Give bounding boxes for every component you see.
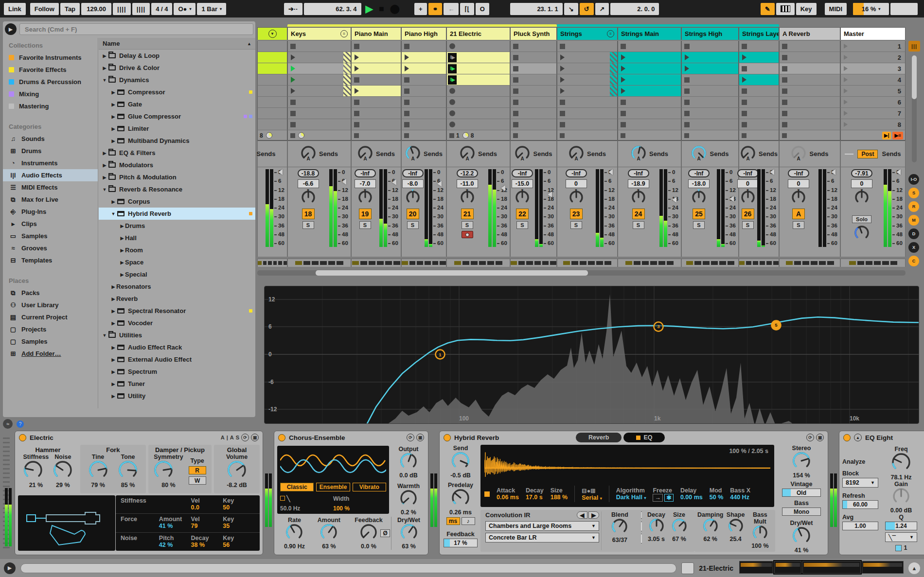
clip-slot[interactable]: ‖▶ xyxy=(446,63,510,74)
device-thumbnail[interactable] xyxy=(862,561,904,574)
sidebar-item-favorite-instruments[interactable]: Favorite Instruments xyxy=(3,52,98,64)
clip-slot[interactable] xyxy=(351,63,401,74)
clip-stop-button[interactable] xyxy=(560,44,565,49)
quantize-menu[interactable]: 1 Bar▾ xyxy=(197,3,226,15)
pan-knob[interactable] xyxy=(515,198,530,206)
scene-slot-6[interactable]: 6 xyxy=(840,97,906,108)
volume-position-arrow[interactable] xyxy=(548,192,552,197)
sidebar-item-templates[interactable]: ⊟Templates xyxy=(3,254,98,266)
volume-position-arrow[interactable] xyxy=(896,169,901,175)
clip-slot[interactable] xyxy=(401,52,446,63)
track-header-21 Electric[interactable]: 21 Electric xyxy=(446,27,510,40)
amount-knob[interactable] xyxy=(320,524,338,543)
volume-position-arrow[interactable] xyxy=(608,169,613,175)
clip-slot[interactable] xyxy=(401,41,446,52)
clip-stop-button[interactable] xyxy=(513,55,518,60)
time-signature-field[interactable]: 4 / 4 xyxy=(151,3,172,15)
nudge-up-button[interactable]: |||| xyxy=(132,3,150,15)
vintage-select[interactable]: Old xyxy=(782,489,821,497)
electric-matrix-row[interactable]: StiffnessVel0.0Key50 xyxy=(116,495,260,513)
volume-position-arrow[interactable] xyxy=(672,197,676,203)
crossfade-assign[interactable] xyxy=(287,259,351,267)
clip-play-icon[interactable] xyxy=(405,66,409,71)
clip-slot[interactable]: ‖▶ xyxy=(446,74,510,86)
mixer-section-toggle-m[interactable]: M xyxy=(908,215,919,226)
shape-knob[interactable] xyxy=(728,527,744,535)
crossfade-assign[interactable] xyxy=(779,259,840,267)
save-preset-icon[interactable]: ▣ xyxy=(816,434,824,441)
chorus-mode-vibrato[interactable]: Vibrato xyxy=(353,483,386,491)
clip-slot[interactable] xyxy=(510,63,557,74)
device-chorus-titlebar[interactable]: Chorus-Ensemble ⟳▣ xyxy=(274,431,428,444)
ir-prev-button[interactable]: ◀ xyxy=(577,511,587,519)
post-button[interactable]: Post xyxy=(857,150,878,158)
tempo-field[interactable]: 129.00 xyxy=(81,3,111,15)
tree-item-dynamics[interactable]: ▼Dynamics xyxy=(99,74,255,86)
key-map-button[interactable]: Key xyxy=(796,3,817,15)
follow-arrangement-icon[interactable]: ➔·· xyxy=(284,3,302,15)
clip-slot[interactable] xyxy=(510,108,557,119)
back-to-arrangement-button[interactable]: ▶≡ xyxy=(892,132,903,140)
tree-item-tuner[interactable]: ▶Tuner xyxy=(99,378,255,390)
expand-arrow-icon[interactable]: ▶ xyxy=(102,66,107,70)
clip-slot[interactable] xyxy=(257,63,287,74)
clip-stop-button[interactable] xyxy=(354,77,359,83)
sidebar-item-mastering[interactable]: Mastering xyxy=(3,100,98,112)
help-icon[interactable]: ? xyxy=(17,420,24,428)
clip-slot[interactable] xyxy=(681,97,739,108)
tree-item-space[interactable]: ▶Space xyxy=(99,256,255,268)
send-a-knob[interactable]: A xyxy=(301,145,316,163)
clip-stop-button[interactable] xyxy=(404,100,409,105)
expand-arrow-icon[interactable]: ▶ xyxy=(110,382,116,386)
clip-slot[interactable] xyxy=(510,74,557,86)
routing-mode[interactable]: Serial xyxy=(582,494,598,501)
tree-item-modulators[interactable]: ▶Modulators xyxy=(99,159,255,171)
scene-play-icon[interactable] xyxy=(844,100,848,105)
clip-slot[interactable] xyxy=(681,52,739,63)
noise-knob[interactable] xyxy=(53,460,72,482)
horizontal-scrollbar[interactable] xyxy=(257,270,906,276)
predelay-sync-button[interactable]: ♪ xyxy=(462,517,475,525)
group-clip-play-icon[interactable] xyxy=(291,77,295,83)
pan-knob[interactable] xyxy=(791,198,806,206)
expand-arrow-icon[interactable]: ▶ xyxy=(110,199,116,204)
sidebar-item-instruments[interactable]: ◔Instruments xyxy=(3,157,98,169)
track-number-button[interactable]: 19 xyxy=(359,209,372,219)
clip-play-icon[interactable] xyxy=(742,77,746,83)
group-clip-play-icon[interactable] xyxy=(560,88,565,94)
clip-slot[interactable] xyxy=(739,119,779,130)
clip-slot[interactable] xyxy=(779,52,840,63)
warmth-knob[interactable] xyxy=(400,490,417,509)
output-knob[interactable] xyxy=(400,453,417,472)
tree-item-reverb[interactable]: ▶Reverb xyxy=(99,293,255,305)
clip-play-icon[interactable] xyxy=(621,77,625,83)
algorithm-select[interactable]: Dark Hall xyxy=(616,494,642,501)
damping-knob[interactable] xyxy=(703,527,718,535)
clip-slot[interactable] xyxy=(446,119,510,130)
sidebar-item-mixing[interactable]: Mixing xyxy=(3,88,98,100)
peak-level-field[interactable]: -Inf xyxy=(737,169,759,177)
clip-slot[interactable] xyxy=(681,119,739,130)
scene-slot-3[interactable]: 3 xyxy=(840,63,906,74)
track-stop-button[interactable] xyxy=(560,133,565,138)
clip-slot[interactable] xyxy=(618,52,681,63)
tree-item-reverb-resonance[interactable]: ▼Reverb & Resonance xyxy=(99,183,255,195)
peak-level-field[interactable]: -Inf xyxy=(688,169,710,177)
volume-field[interactable]: 0 xyxy=(566,179,587,188)
clip-slot[interactable] xyxy=(401,74,446,86)
clip-slot[interactable] xyxy=(287,52,351,63)
bass-crossover-value[interactable]: 440 Hz xyxy=(730,494,749,501)
clip-slot[interactable] xyxy=(739,63,779,74)
tree-item-external-audio-effect[interactable]: ▶External Audio Effect xyxy=(99,353,255,366)
clip-slot[interactable] xyxy=(557,108,618,119)
expand-arrow-icon[interactable]: ▶ xyxy=(110,309,116,314)
sidebar-item-user-library[interactable]: ⚇User Library xyxy=(3,299,98,311)
feedback-phase-button[interactable]: Ø xyxy=(380,529,390,537)
clip-slot[interactable] xyxy=(446,86,510,97)
fold-device-icon[interactable]: ▲ xyxy=(854,434,862,441)
scene-slot-4[interactable]: 4 xyxy=(840,74,906,86)
clip-stop-button[interactable] xyxy=(513,77,518,83)
clip-slot[interactable] xyxy=(739,97,779,108)
send-a-knob[interactable]: A xyxy=(740,145,756,163)
stop-all-clips-button[interactable]: ▶| xyxy=(882,132,891,140)
